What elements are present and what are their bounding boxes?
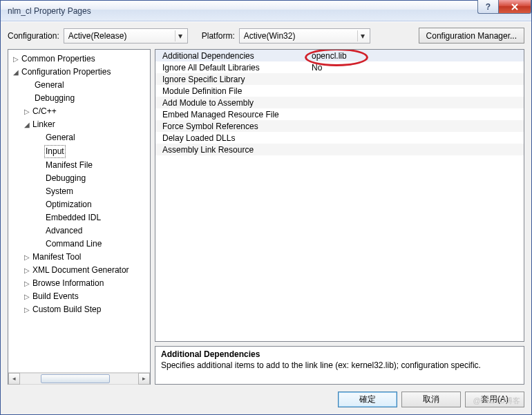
chevron-down-icon: ▾	[175, 30, 186, 41]
tree-item-linker-system[interactable]: System	[8, 185, 150, 198]
cancel-button[interactable]: 取消	[401, 392, 461, 407]
expand-icon[interactable]: ▷	[22, 264, 31, 276]
grid-cell-name: Additional Dependencies	[155, 51, 307, 61]
configuration-label: Configuration:	[8, 31, 59, 41]
tree-item-general[interactable]: General	[8, 79, 150, 92]
property-grid[interactable]: Additional Dependencies opencl.lib Ignor…	[155, 49, 524, 342]
tree-item-linker-adv[interactable]: Advanced	[8, 224, 150, 238]
grid-cell-name: Delay Loaded DLLs	[155, 133, 307, 143]
tree-item-build-events[interactable]: ▷Build Events	[8, 290, 150, 303]
configuration-dropdown[interactable]: Active(Release) ▾	[64, 28, 188, 44]
collapse-icon[interactable]: ◢	[22, 119, 31, 131]
main-area: ▷Common Properties ◢Configuration Proper…	[8, 49, 524, 385]
grid-cell-value[interactable]: No	[307, 63, 524, 73]
scroll-left-icon[interactable]: ◂	[8, 373, 20, 385]
description-text: Specifies additional items to add to the…	[161, 360, 518, 370]
grid-cell-name: Embed Managed Resource File	[155, 110, 307, 119]
grid-row[interactable]: Delay Loaded DLLs	[155, 132, 524, 144]
tree[interactable]: ▷Common Properties ◢Configuration Proper…	[8, 50, 150, 372]
apply-button[interactable]: 套用(A)	[465, 392, 524, 407]
tree-panel: ▷Common Properties ◢Configuration Proper…	[8, 49, 151, 385]
grid-row[interactable]: Ignore All Default Libraries No	[155, 61, 524, 73]
tree-item-linker[interactable]: ◢Linker	[8, 118, 150, 131]
grid-cell-value[interactable]: opencl.lib	[307, 51, 524, 61]
platform-value: Active(Win32)	[244, 31, 296, 41]
close-button[interactable]	[498, 0, 531, 14]
description-title: Additional Dependencies	[161, 349, 518, 359]
tree-item-common[interactable]: ▷Common Properties	[8, 52, 150, 66]
tree-item-linker-manifest[interactable]: Manifest File	[8, 159, 150, 172]
grid-cell-name: Add Module to Assembly	[155, 98, 307, 108]
tree-hscrollbar[interactable]: ◂ ▸	[8, 372, 150, 384]
window-buttons: ?	[477, 0, 531, 14]
tree-item-xml-gen[interactable]: ▷XML Document Generator	[8, 264, 150, 277]
config-row: Configuration: Active(Release) ▾ Platfor…	[8, 28, 524, 44]
ok-button[interactable]: 確定	[338, 392, 397, 407]
expand-icon[interactable]: ▷	[11, 53, 20, 65]
tree-item-manifest-tool[interactable]: ▷Manifest Tool	[8, 251, 150, 264]
tree-item-browse[interactable]: ▷Browse Information	[8, 277, 150, 290]
footer: 確定 取消 套用(A) @51CTO博客	[8, 385, 524, 407]
scroll-track[interactable]	[20, 373, 138, 385]
description-panel: Additional Dependencies Specifies additi…	[155, 346, 524, 385]
expand-icon[interactable]: ▷	[22, 291, 31, 302]
right-panel: Additional Dependencies opencl.lib Ignor…	[155, 49, 524, 385]
tree-item-linker-debugging[interactable]: Debugging	[8, 172, 150, 185]
grid-row[interactable]: Assembly Link Resource	[155, 144, 524, 155]
grid-row[interactable]: Module Definition File	[155, 85, 524, 97]
client-area: Configuration: Active(Release) ▾ Platfor…	[1, 21, 531, 414]
tree-item-debugging[interactable]: Debugging	[8, 92, 150, 105]
window-title: nlm_cl Property Pages	[8, 6, 91, 16]
grid-row[interactable]: Embed Managed Resource File	[155, 108, 524, 120]
tree-item-linker-cmd[interactable]: Command Line	[8, 238, 150, 251]
grid-row[interactable]: Additional Dependencies opencl.lib	[155, 50, 524, 61]
grid-row[interactable]: Add Module to Assembly	[155, 97, 524, 108]
tree-item-linker-general[interactable]: General	[8, 131, 150, 144]
grid-cell-name: Ignore Specific Library	[155, 75, 307, 84]
close-icon	[511, 3, 518, 10]
grid-cell-name: Assembly Link Resource	[155, 145, 307, 155]
expand-icon[interactable]: ▷	[22, 278, 31, 289]
tree-item-config[interactable]: ◢Configuration Properties	[8, 66, 150, 79]
scroll-right-icon[interactable]: ▸	[138, 373, 150, 385]
configuration-manager-button[interactable]: Configuration Manager...	[419, 28, 524, 44]
grid-cell-name: Ignore All Default Libraries	[155, 63, 307, 73]
help-button[interactable]: ?	[477, 0, 498, 14]
tree-item-cpp[interactable]: ▷C/C++	[8, 105, 150, 118]
grid-cell-name: Module Definition File	[155, 86, 307, 96]
grid-row[interactable]: Ignore Specific Library	[155, 73, 524, 85]
expand-icon[interactable]: ▷	[22, 251, 31, 263]
platform-label: Platform:	[202, 31, 235, 41]
tree-item-linker-idl[interactable]: Embedded IDL	[8, 211, 150, 224]
tree-item-linker-input[interactable]: Input	[8, 144, 150, 159]
property-pages-window: nlm_cl Property Pages ? Configuration: A…	[0, 0, 532, 415]
expand-icon[interactable]: ▷	[22, 304, 31, 316]
titlebar[interactable]: nlm_cl Property Pages ?	[1, 1, 531, 21]
grid-row[interactable]: Force Symbol References	[155, 120, 524, 132]
scroll-thumb[interactable]	[41, 374, 110, 383]
tree-item-custom[interactable]: ▷Custom Build Step	[8, 303, 150, 316]
chevron-down-icon: ▾	[357, 30, 368, 41]
configuration-value: Active(Release)	[68, 31, 127, 41]
collapse-icon[interactable]: ◢	[11, 66, 20, 78]
tree-item-linker-opt[interactable]: Optimization	[8, 198, 150, 211]
grid-cell-name: Force Symbol References	[155, 122, 307, 131]
expand-icon[interactable]: ▷	[22, 106, 31, 117]
platform-dropdown[interactable]: Active(Win32) ▾	[239, 28, 370, 44]
